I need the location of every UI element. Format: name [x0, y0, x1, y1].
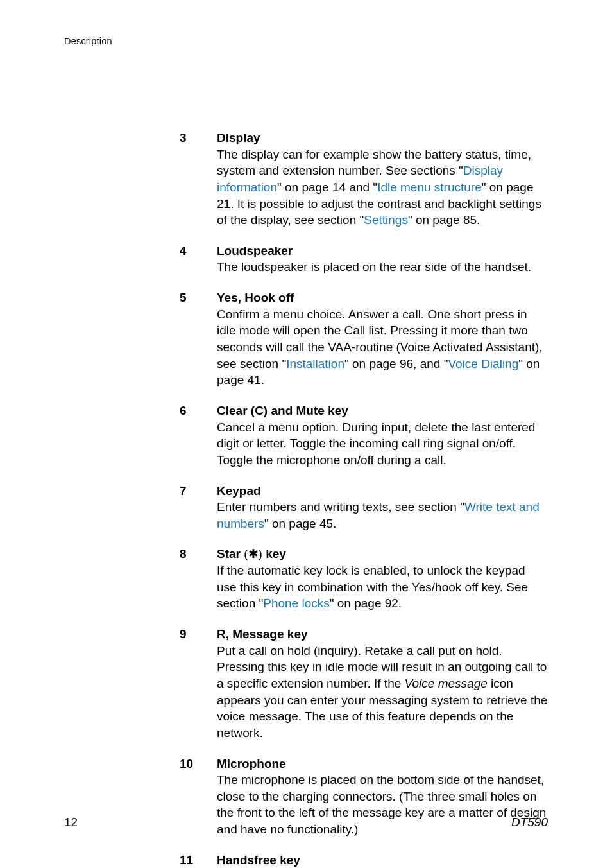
cross-reference-link[interactable]: Phone locks — [263, 596, 330, 610]
item-number: 9 — [180, 626, 217, 741]
page-number: 12 — [64, 815, 78, 829]
list-item: 8Star (✱) keyIf the automatic key lock i… — [180, 546, 548, 612]
item-title: Loudspeaker — [217, 244, 293, 257]
item-title: Clear (C) and Mute key — [217, 404, 348, 417]
list-item: 4LoudspeakerThe loudspeaker is placed on… — [180, 243, 548, 275]
body-text: " on page 14 and " — [277, 180, 377, 194]
item-title: Keypad — [217, 484, 261, 498]
item-number: 3 — [180, 130, 217, 229]
item-body: Handsfree keyPress the handsfree key to … — [217, 852, 548, 868]
item-number: 8 — [180, 546, 217, 612]
cross-reference-link[interactable]: Idle menu structure — [377, 180, 482, 194]
body-text: " on page 96, and " — [344, 357, 448, 370]
running-header: Description — [64, 36, 548, 46]
item-body: DisplayThe display can for example show … — [217, 130, 548, 229]
page-footer: 12 DT590 — [64, 815, 548, 829]
item-title: Star (✱) key — [217, 547, 286, 560]
item-title: R, Message key — [217, 627, 308, 641]
item-number: 7 — [180, 483, 217, 532]
item-number: 5 — [180, 290, 217, 388]
model-label: DT590 — [511, 815, 548, 829]
item-body: R, Message keyPut a call on hold (inquir… — [217, 626, 548, 741]
body-text: " on page 92. — [330, 596, 402, 610]
body-text: " on page 85. — [408, 213, 480, 227]
title-segment: Star — [217, 547, 244, 560]
item-body: Clear (C) and Mute keyCancel a menu opti… — [217, 403, 548, 469]
item-body: Yes, Hook offConfirm a menu choice. Answ… — [217, 290, 548, 388]
item-body: LoudspeakerThe loudspeaker is placed on … — [217, 243, 548, 275]
description-list: 3DisplayThe display can for example show… — [180, 130, 548, 868]
item-title: Yes, Hook off — [217, 291, 294, 304]
item-body: KeypadEnter numbers and writing texts, s… — [217, 483, 548, 532]
list-item: 7KeypadEnter numbers and writing texts, … — [180, 483, 548, 532]
cross-reference-link[interactable]: Voice Dialing — [448, 357, 518, 370]
item-number: 4 — [180, 243, 217, 275]
list-item: 6Clear (C) and Mute keyCancel a menu opt… — [180, 403, 548, 469]
list-item: 9R, Message keyPut a call on hold (inqui… — [180, 626, 548, 741]
body-text: Enter numbers and writing texts, see sec… — [217, 500, 464, 514]
item-title: Display — [217, 131, 260, 144]
body-text: Cancel a menu option. During input, dele… — [217, 421, 535, 467]
star-icon: ✱ — [248, 547, 259, 560]
title-segment: key — [262, 547, 286, 560]
item-body: Star (✱) keyIf the automatic key lock is… — [217, 546, 548, 612]
list-item: 3DisplayThe display can for example show… — [180, 130, 548, 229]
item-number: 11 — [180, 852, 217, 868]
body-text: " on page 45. — [264, 517, 336, 530]
cross-reference-link[interactable]: Installation — [286, 357, 344, 370]
item-title: Microphone — [217, 757, 286, 770]
list-item: 11Handsfree keyPress the handsfree key t… — [180, 852, 548, 868]
body-text: The loudspeaker is placed on the rear si… — [217, 260, 531, 273]
item-number: 6 — [180, 403, 217, 469]
item-title: Handsfree key — [217, 853, 300, 867]
cross-reference-link[interactable]: Settings — [364, 213, 408, 227]
list-item: 5Yes, Hook offConfirm a menu choice. Ans… — [180, 290, 548, 388]
body-text: Voice message — [405, 677, 488, 690]
